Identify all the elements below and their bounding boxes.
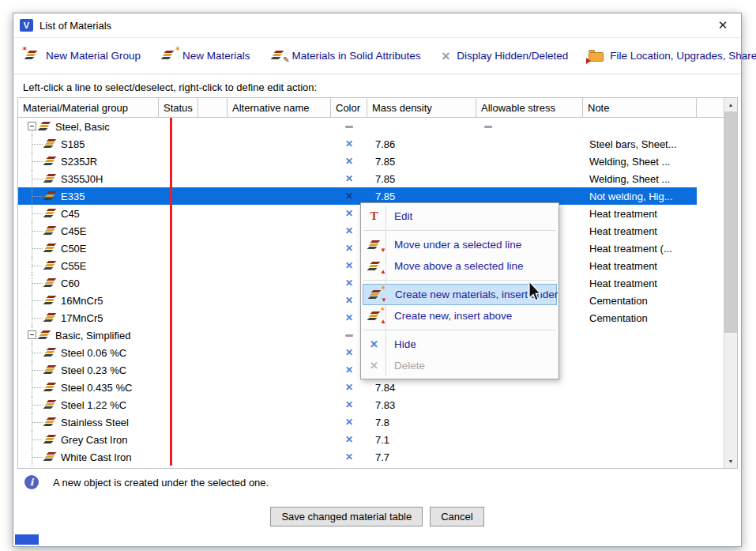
list-of-materials-dialog: V List of Materials ✕ ✶ New Material Gro… <box>13 13 742 547</box>
filler-cell <box>697 240 724 257</box>
app-icon: V <box>20 19 33 32</box>
menu-item-create-new-materials-insert-under[interactable]: ✶▼Create new materials, insert under <box>363 284 557 305</box>
material-cell: Steel, Basic <box>18 118 159 135</box>
status-indicator <box>170 379 172 396</box>
mass-density-cell: 7.84 <box>367 379 476 396</box>
tree-branch-line <box>32 440 43 440</box>
collapse-toggle-icon[interactable] <box>28 122 36 130</box>
blank-cell <box>198 309 228 326</box>
alternative-name-cell <box>228 344 331 361</box>
column-header-color[interactable]: Color <box>331 98 367 117</box>
blank-cell <box>198 153 228 170</box>
column-header-status[interactable]: Status <box>159 98 198 117</box>
tree-branch-line <box>32 161 43 162</box>
menu-item-move-under-a-selected-line[interactable]: ▼Move under a selected line <box>363 234 557 255</box>
material-row[interactable]: S355J0H✕7.85Welding, Sheet ... <box>18 170 724 187</box>
context-menu: TEdit▼Move under a selected line▲Move ab… <box>360 202 559 379</box>
status-indicator <box>170 274 172 292</box>
note-cell: Heat treatment <box>583 274 697 292</box>
save-material-table-button[interactable]: Save changed material table <box>270 507 423 526</box>
column-header-blank[interactable] <box>198 98 228 117</box>
allowable-stress-cell <box>476 413 583 431</box>
material-cell: Steel 0.435 %C <box>18 379 159 396</box>
material-row[interactable]: Grey Cast Iron✕7.1 <box>18 431 724 448</box>
column-header-material[interactable]: Material/Material group <box>18 98 159 117</box>
menu-item-create-new-insert-above[interactable]: ✶▲Create new, insert above <box>363 305 557 326</box>
toolbar-materials-in-solid-attributes[interactable]: ✎ Materials in Solid Attributes <box>271 50 421 62</box>
material-icon <box>43 295 57 306</box>
material-row[interactable]: Steel 0.435 %C✕7.84 <box>18 379 724 396</box>
instruction-text: Left-click a line to select/deselect, ri… <box>23 81 317 93</box>
material-icon <box>43 382 57 393</box>
mass-density-cell <box>367 118 476 135</box>
note-cell: Heat treatment <box>583 257 697 274</box>
menu-item-hide[interactable]: ✕Hide <box>363 334 557 355</box>
material-icon <box>43 399 57 410</box>
allowable-stress-cell <box>476 379 583 396</box>
status-indicator <box>170 396 172 413</box>
material-row[interactable]: S235JR✕7.85Welding, Sheet ... <box>18 153 724 170</box>
material-cell: C60 <box>18 274 159 292</box>
toolbar-new-materials[interactable]: ✶ New Materials <box>161 50 250 62</box>
material-row[interactable]: S185✕7.86Steel bars, Sheet... <box>18 135 724 153</box>
tree-branch-line <box>32 405 43 406</box>
material-label: S235JR <box>61 156 97 168</box>
material-label: Steel 1.22 %C <box>61 399 126 411</box>
mass-density-value: 7.1 <box>367 434 389 446</box>
status-cell <box>159 170 198 187</box>
filler-cell <box>697 413 724 431</box>
toolbar-label: New Material Group <box>46 50 141 62</box>
arrow-badge-icon: ▼ <box>381 297 387 304</box>
material-row[interactable]: Stainless Steel✕7.8 <box>18 413 724 431</box>
toolbar-new-material-group[interactable]: ✶ New Material Group <box>24 50 141 62</box>
filler-cell <box>697 205 724 222</box>
status-cell <box>159 413 198 431</box>
material-label: C50E <box>61 243 87 255</box>
collapse-toggle-icon[interactable] <box>28 330 36 339</box>
material-label: E335 <box>61 191 85 202</box>
material-row[interactable]: White Cast Iron✕7.7 <box>18 448 724 466</box>
folder-icon <box>589 52 604 62</box>
note-cell: Welding, Sheet ... <box>583 153 697 170</box>
column-header-alternative-name[interactable]: Alternative name <box>228 98 331 117</box>
mass-density-cell: 7.85 <box>367 170 476 187</box>
material-cell: Steel 0.23 %C <box>18 361 159 379</box>
vertical-scrollbar[interactable]: ▲ ▼ <box>724 98 737 468</box>
menu-item-move-above-a-selected-line[interactable]: ▲Move above a selected line <box>363 255 557 277</box>
column-header-mass-density[interactable]: Mass density <box>367 98 476 117</box>
material-group-row[interactable]: Steel, Basic <box>18 118 724 135</box>
scrollbar-up-icon[interactable]: ▲ <box>724 98 737 111</box>
create-above-icon: ✶▲ <box>367 311 381 322</box>
material-cell: Grey Cast Iron <box>18 431 159 448</box>
table-header: Material/Material group Status Alternati… <box>18 98 724 118</box>
cancel-button[interactable]: Cancel <box>430 507 483 526</box>
column-header-note[interactable]: Note <box>583 98 697 117</box>
menu-item-edit[interactable]: TEdit <box>363 206 557 227</box>
delete-x-icon: ✕ <box>370 360 378 372</box>
material-cell: C50E <box>18 240 159 257</box>
column-header-allowable-stress[interactable]: Allowable stress <box>476 98 583 117</box>
close-icon[interactable]: ✕ <box>711 16 735 35</box>
material-row[interactable]: Steel 1.22 %C✕7.83 <box>18 396 724 413</box>
toolbar-file-location-upgrades-share[interactable]: File Location, Upgrades, Share <box>589 50 756 62</box>
color-x-icon: ✕ <box>345 295 353 306</box>
toolbar-display-hidden-deleted[interactable]: ✕ Display Hidden/Deleted <box>441 50 568 62</box>
status-cell <box>159 240 198 257</box>
tree-branch-line <box>32 266 43 266</box>
filler-cell <box>697 153 724 170</box>
status-indicator <box>170 344 172 361</box>
alternative-name-cell <box>228 326 331 344</box>
scrollbar-down-icon[interactable]: ▼ <box>724 455 737 468</box>
toolbar-label: New Materials <box>182 50 250 62</box>
scrollbar-thumb[interactable] <box>724 111 737 333</box>
material-label: 16MnCr5 <box>61 295 103 307</box>
material-label: C55E <box>61 260 87 272</box>
filler-cell <box>697 431 724 448</box>
alternative-name-cell <box>228 240 331 257</box>
allowable-stress-cell <box>476 396 583 413</box>
material-cell: C45 <box>18 205 159 222</box>
note-cell: Heat treatment (... <box>583 240 697 257</box>
status-cell <box>159 379 198 396</box>
material-icon <box>43 173 57 184</box>
blank-cell <box>198 431 228 448</box>
